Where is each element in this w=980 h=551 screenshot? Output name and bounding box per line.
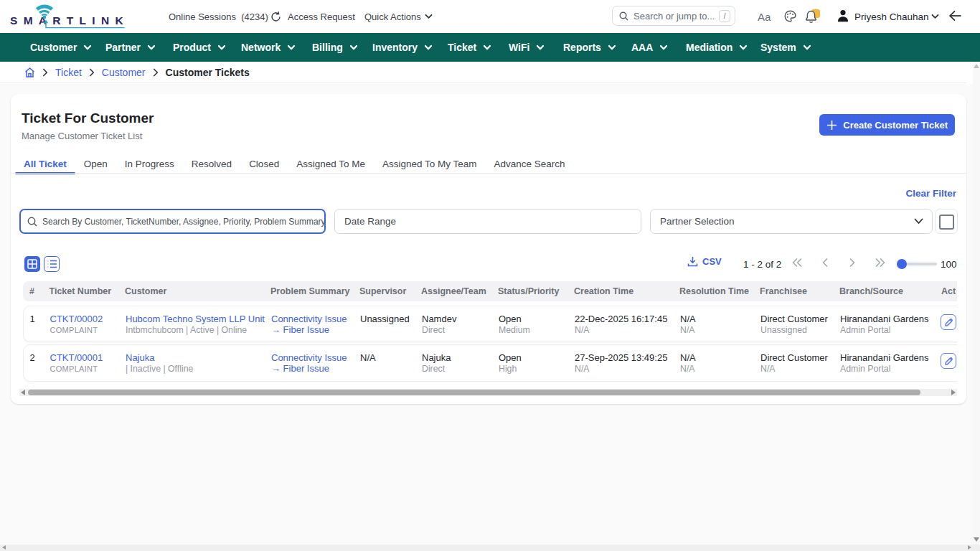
svg-text:SMARTLINK: SMARTLINK bbox=[10, 14, 129, 27]
